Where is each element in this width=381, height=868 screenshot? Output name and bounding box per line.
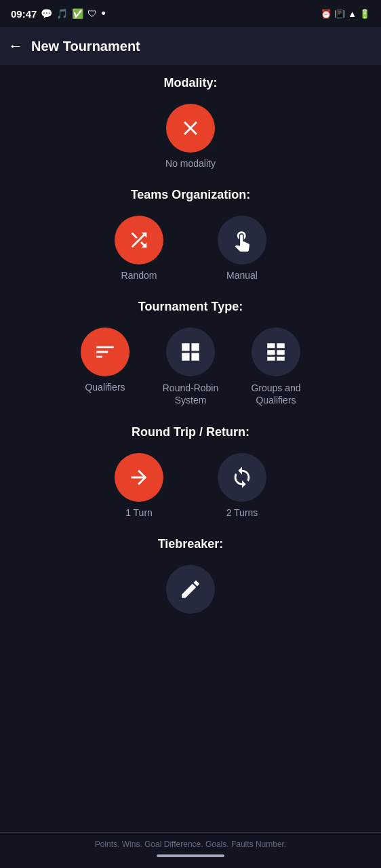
one-turn-button[interactable] (115, 453, 163, 502)
modality-options: No modality (16, 104, 365, 169)
round-trip-section: Round Trip / Return: 1 Turn 2 (16, 425, 365, 518)
teams-organization-title: Teams Organization: (16, 188, 365, 202)
whatsapp-icon: 💬 (41, 8, 52, 19)
manual-button[interactable] (218, 216, 266, 264)
audio-icon: 🎵 (56, 8, 68, 19)
two-turns-label: 2 Turns (226, 507, 258, 518)
status-time: 09:47 (11, 8, 37, 20)
no-modality-label: No modality (165, 158, 216, 169)
one-turn-option: 1 Turn (115, 453, 163, 518)
round-trip-options: 1 Turn 2 Turns (16, 453, 365, 518)
tiebreaker-options (16, 565, 365, 614)
teams-organization-options: Random Manual (16, 216, 365, 281)
groups-qualifiers-button[interactable] (252, 328, 300, 376)
wifi-icon: ▲ (348, 9, 357, 19)
round-robin-button[interactable] (166, 328, 215, 376)
status-right-icons: ⏰ 📳 ▲ 🔋 (321, 9, 370, 19)
home-indicator (157, 854, 224, 857)
two-turns-button[interactable] (218, 453, 266, 502)
status-bar: 09:47 💬 🎵 ✅ 🛡 • ⏰ 📳 ▲ 🔋 (0, 0, 381, 27)
alarm-icon: ⏰ (321, 9, 332, 19)
one-turn-label: 1 Turn (125, 507, 153, 518)
groups-qualifiers-label: Groups and Qualifiers (245, 382, 306, 406)
random-button[interactable] (115, 216, 163, 264)
tournament-type-section: Tournament Type: Qualifiers (16, 300, 365, 406)
battery-icon: 🔋 (359, 9, 370, 19)
qualifiers-label: Qualifiers (85, 382, 125, 393)
edit-icon (179, 578, 202, 601)
groups-qualifiers-option: Groups and Qualifiers (245, 328, 306, 406)
tournament-type-options: Qualifiers Round-Robin System (16, 328, 365, 406)
check-circle-icon: ✅ (72, 8, 83, 19)
bottom-text: Points. Wins. Goal Difference. Goals. Fa… (14, 840, 367, 849)
refresh-icon (230, 466, 254, 489)
tiebreaker-edit-button[interactable] (166, 565, 215, 614)
shuffle-icon (127, 229, 151, 252)
arrow-right-icon (127, 466, 151, 489)
no-modality-button[interactable] (166, 104, 215, 153)
two-turns-option: 2 Turns (218, 453, 266, 518)
vibrate-icon: 📳 (334, 9, 345, 19)
shield-icon: 🛡 (87, 8, 97, 19)
main-content: Modality: No modality Teams Organization… (0, 65, 381, 682)
random-label: Random (121, 270, 157, 281)
tiebreaker-section: Tiebreaker: (16, 537, 365, 614)
modality-title: Modality: (16, 76, 365, 90)
groups-qualifiers-icon (264, 340, 287, 363)
modality-section: Modality: No modality (16, 76, 365, 169)
dot-icon: • (101, 7, 105, 21)
round-robin-label: Round-Robin System (160, 382, 221, 406)
tiebreaker-title: Tiebreaker: (16, 537, 365, 551)
qualifiers-button[interactable] (81, 328, 129, 376)
qualifiers-option: Qualifiers (75, 328, 136, 406)
manual-option: Manual (218, 216, 266, 281)
random-option: Random (115, 216, 163, 281)
hand-icon (230, 229, 254, 252)
top-bar: ← New Tournament (0, 27, 381, 65)
round-trip-title: Round Trip / Return: (16, 425, 365, 439)
tournament-type-title: Tournament Type: (16, 300, 365, 314)
round-robin-icon (179, 340, 202, 363)
page-title: New Tournament (31, 39, 140, 54)
teams-organization-section: Teams Organization: Random Man (16, 188, 365, 281)
manual-label: Manual (226, 270, 258, 281)
bottom-bar: Points. Wins. Goal Difference. Goals. Fa… (0, 832, 381, 868)
back-button[interactable]: ← (8, 37, 23, 55)
close-icon (179, 117, 202, 140)
qualifiers-icon (94, 340, 117, 363)
round-robin-option: Round-Robin System (160, 328, 221, 406)
